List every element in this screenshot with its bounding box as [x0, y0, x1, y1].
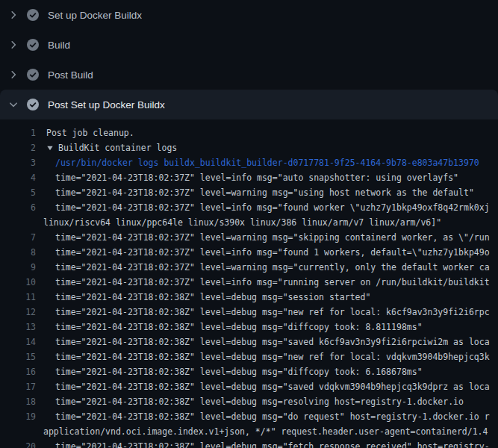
- log-line: application/vnd.oci.image.index.v1+json,…: [0, 424, 498, 439]
- step-section-label: Set up Docker Buildx: [48, 10, 142, 21]
- check-circle-icon: [27, 9, 39, 21]
- log-line-text: time="2021-04-23T18:02:38Z" level=debug …: [36, 394, 464, 409]
- log-line-text: time="2021-04-23T18:02:38Z" level=debug …: [36, 305, 490, 320]
- chevron-right-icon: [7, 9, 19, 21]
- check-circle-icon: [27, 39, 39, 51]
- log-line-number[interactable]: 4: [0, 170, 36, 185]
- log-line-number[interactable]: 1: [0, 125, 36, 140]
- log-line-text: time="2021-04-23T18:02:38Z" level=debug …: [36, 439, 490, 448]
- log-line: 1 Post job cleanup.: [0, 125, 498, 140]
- log-line: 6 time="2021-04-23T18:02:37Z" level=info…: [0, 200, 498, 215]
- log-line-number[interactable]: 11: [0, 290, 36, 305]
- log-line-number[interactable]: 13: [0, 320, 36, 335]
- log-line-number[interactable]: [0, 424, 36, 439]
- section-list: Set up Docker Buildx Build Post Build: [0, 0, 498, 119]
- log-line-text: time="2021-04-23T18:02:37Z" level=warnin…: [36, 230, 490, 245]
- chevron-down-icon: [7, 99, 19, 111]
- log-line-text: time="2021-04-23T18:02:37Z" level=info m…: [36, 275, 490, 290]
- log-line-text: time="2021-04-23T18:02:38Z" level=debug …: [36, 364, 423, 379]
- log-line-text: time="2021-04-23T18:02:38Z" level=debug …: [36, 335, 490, 349]
- log-line-text: application/vnd.oci.image.index.v1+json,…: [36, 424, 488, 439]
- log-line-text: time="2021-04-23T18:02:37Z" level=info m…: [36, 245, 490, 260]
- log-line-number[interactable]: 19: [0, 409, 36, 424]
- log-line: 13 time="2021-04-23T18:02:38Z" level=deb…: [0, 320, 498, 335]
- log-line-number[interactable]: 17: [0, 379, 36, 394]
- log-line: 2 BuildKit container logs: [0, 140, 498, 155]
- log-line-number[interactable]: 8: [0, 245, 36, 260]
- log-line: 8 time="2021-04-23T18:02:37Z" level=info…: [0, 245, 498, 260]
- check-circle-icon: [27, 69, 39, 81]
- log-line-number[interactable]: 18: [0, 394, 36, 409]
- step-section-label: Post Set up Docker Buildx: [48, 99, 165, 111]
- log-line-number[interactable]: 12: [0, 305, 36, 320]
- log-line: 14 time="2021-04-23T18:02:38Z" level=deb…: [0, 335, 498, 349]
- log-line-number[interactable]: 10: [0, 275, 36, 290]
- step-section-label: Post Build: [48, 69, 93, 81]
- group-expander-icon[interactable]: [36, 140, 54, 155]
- log-line: 7 time="2021-04-23T18:02:37Z" level=warn…: [0, 230, 498, 245]
- chevron-right-icon: [7, 39, 19, 51]
- step-section-label: Build: [48, 40, 70, 51]
- log-line: 15 time="2021-04-23T18:02:38Z" level=deb…: [0, 349, 498, 364]
- log-line: 11 time="2021-04-23T18:02:38Z" level=deb…: [0, 290, 498, 305]
- log-line-number[interactable]: 16: [0, 364, 36, 379]
- log-view: 1 Post job cleanup. 2 BuildKit container…: [0, 119, 498, 448]
- log-line: 16 time="2021-04-23T18:02:38Z" level=deb…: [0, 364, 498, 379]
- step-section-post-set-up-docker-buildx[interactable]: Post Set up Docker Buildx: [0, 90, 498, 119]
- log-line: 20 time="2021-04-23T18:02:38Z" level=deb…: [0, 439, 498, 448]
- job-log-panel: Set up Docker Buildx Build Post Build: [0, 0, 498, 448]
- log-line: 9 time="2021-04-23T18:02:37Z" level=warn…: [0, 260, 498, 275]
- log-line-text: time="2021-04-23T18:02:38Z" level=debug …: [36, 349, 490, 364]
- check-circle-icon: [27, 99, 39, 111]
- log-line: 12 time="2021-04-23T18:02:38Z" level=deb…: [0, 305, 498, 320]
- log-line-number[interactable]: 2: [0, 140, 36, 155]
- log-line-text: time="2021-04-23T18:02:38Z" level=debug …: [36, 290, 370, 305]
- log-line-number[interactable]: 20: [0, 439, 36, 448]
- log-line: 10 time="2021-04-23T18:02:37Z" level=inf…: [0, 275, 498, 290]
- log-line-text: Post job cleanup.: [36, 125, 134, 140]
- step-section-post-build[interactable]: Post Build: [0, 60, 498, 90]
- log-line-number[interactable]: 14: [0, 335, 36, 349]
- log-line-number[interactable]: 9: [0, 260, 36, 275]
- log-line-number[interactable]: 5: [0, 185, 36, 200]
- log-line-number[interactable]: 15: [0, 349, 36, 364]
- log-line-number[interactable]: 3: [0, 155, 36, 170]
- step-section-build[interactable]: Build: [0, 30, 498, 60]
- chevron-right-icon: [7, 69, 19, 81]
- log-line: 19 time="2021-04-23T18:02:38Z" level=deb…: [0, 409, 498, 424]
- log-line-number[interactable]: 7: [0, 230, 36, 245]
- log-line: 17 time="2021-04-23T18:02:38Z" level=deb…: [0, 379, 498, 394]
- log-line: 4 time="2021-04-23T18:02:37Z" level=info…: [0, 170, 498, 185]
- log-line-text: time="2021-04-23T18:02:37Z" level=warnin…: [36, 185, 474, 200]
- log-line-text: time="2021-04-23T18:02:37Z" level=info m…: [36, 200, 490, 215]
- log-line: 18 time="2021-04-23T18:02:38Z" level=deb…: [0, 394, 498, 409]
- log-line-text: time="2021-04-23T18:02:37Z" level=info m…: [36, 170, 458, 185]
- log-line-text: /usr/bin/docker logs buildx_buildkit_bui…: [36, 155, 479, 170]
- log-line-text: BuildKit container logs: [54, 140, 177, 155]
- log-line: 5 time="2021-04-23T18:02:37Z" level=warn…: [0, 185, 498, 200]
- step-section-set-up-docker-buildx[interactable]: Set up Docker Buildx: [0, 0, 498, 30]
- log-line-text: linux/riscv64 linux/ppc64le linux/s390x …: [36, 215, 441, 230]
- log-line-text: time="2021-04-23T18:02:38Z" level=debug …: [36, 320, 423, 335]
- log-line-number[interactable]: 6: [0, 200, 36, 215]
- log-line: linux/riscv64 linux/ppc64le linux/s390x …: [0, 215, 498, 230]
- log-line: 3 /usr/bin/docker logs buildx_buildkit_b…: [0, 155, 498, 170]
- log-line-text: time="2021-04-23T18:02:37Z" level=warnin…: [36, 260, 490, 275]
- log-line-text: time="2021-04-23T18:02:38Z" level=debug …: [36, 409, 490, 424]
- log-line-text: time="2021-04-23T18:02:38Z" level=debug …: [36, 379, 490, 394]
- log-line-number[interactable]: [0, 215, 36, 230]
